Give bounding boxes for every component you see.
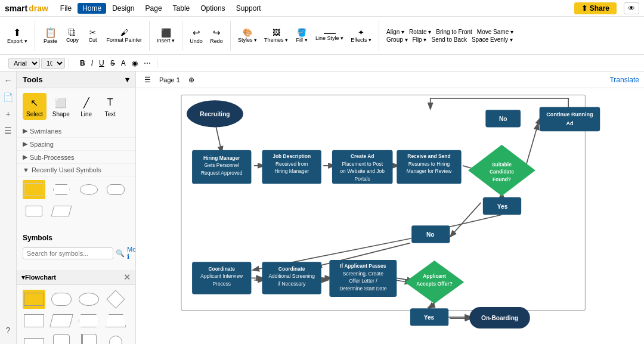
more-format-button[interactable]: ⋯ bbox=[141, 58, 153, 68]
recent-sym-4[interactable] bbox=[104, 180, 127, 199]
bold-button[interactable]: B bbox=[78, 58, 88, 68]
flowchart-close-button[interactable]: ✕ bbox=[123, 272, 131, 282]
underline-button[interactable]: U bbox=[97, 58, 107, 68]
back-icon[interactable]: ← bbox=[2, 74, 15, 87]
paste-button[interactable]: 📋 Paste bbox=[40, 26, 61, 45]
symbol-search-input[interactable] bbox=[23, 247, 113, 259]
left-icon-bar: ← 📄 + ☰ ? bbox=[0, 72, 17, 344]
font-size-select[interactable]: 10 bbox=[41, 58, 65, 69]
translate-button[interactable]: Translate bbox=[609, 76, 639, 84]
font-select[interactable]: Arial bbox=[8, 58, 40, 69]
recent-sym-2[interactable] bbox=[50, 180, 73, 199]
highlight-button[interactable]: ◉ bbox=[129, 58, 140, 68]
preview-button[interactable]: 👁 bbox=[624, 2, 639, 14]
recently-used-header[interactable]: ▼ Recently Used Symbols bbox=[17, 164, 135, 176]
export-button[interactable]: ⬆ Export ▾ bbox=[5, 26, 30, 45]
coord-label: Coordinate bbox=[208, 266, 235, 272]
fc-sym-rect-3[interactable] bbox=[23, 333, 45, 344]
search-icon[interactable]: 🔍 bbox=[116, 249, 125, 258]
sub-processes-section[interactable]: ▶ Sub-Processes bbox=[17, 151, 135, 164]
sep2 bbox=[149, 21, 150, 51]
styles-button[interactable]: 🎨 Styles ▾ bbox=[236, 27, 259, 44]
redo-button[interactable]: ↪ Redo bbox=[208, 26, 225, 45]
fc-sym-hex-1[interactable] bbox=[78, 311, 100, 330]
canvas-toolbar: ☰ Page 1 ⊕ Translate bbox=[136, 72, 644, 88]
tools-row: ↖ Select ⬜ Shape ╱ Line T Text bbox=[17, 88, 135, 125]
share-button[interactable]: ⬆ Share bbox=[574, 2, 617, 14]
text-tool[interactable]: T Text bbox=[100, 93, 121, 120]
export-label: Export ▾ bbox=[7, 38, 27, 44]
page-label: Page 1 bbox=[159, 76, 180, 83]
themes-button[interactable]: 🖼 Themes ▾ bbox=[262, 27, 290, 44]
swimlanes-section[interactable]: ▶ Swimlanes bbox=[17, 125, 135, 138]
fc-sym-oval-1[interactable] bbox=[78, 290, 100, 309]
share-label: Share bbox=[590, 4, 609, 13]
menu-file[interactable]: File bbox=[55, 3, 76, 14]
move-same-button[interactable]: Move Same ▾ bbox=[477, 29, 513, 35]
fc-sym-trap-1[interactable] bbox=[104, 311, 127, 330]
flip-button[interactable]: Flip ▾ bbox=[413, 36, 427, 43]
line-label: Line bbox=[80, 111, 92, 117]
pages-icon[interactable]: 📄 bbox=[2, 91, 15, 104]
rotate-button[interactable]: Rotate ▾ bbox=[409, 29, 431, 35]
menu-table[interactable]: Table bbox=[168, 3, 195, 14]
recent-sym-5[interactable] bbox=[23, 202, 45, 221]
line-style-button[interactable]: Line Style ▾ bbox=[313, 29, 346, 42]
send-to-back-button[interactable]: Send to Back bbox=[431, 36, 466, 43]
more-button[interactable]: More ℹ bbox=[127, 246, 136, 261]
fc-sym-diamond-1[interactable] bbox=[104, 290, 127, 309]
italic-button[interactable]: I bbox=[89, 58, 95, 68]
job-label2: Received from bbox=[275, 161, 308, 167]
add-page-icon[interactable]: ⊕ bbox=[185, 75, 198, 85]
fc-sym-rect-2[interactable] bbox=[23, 311, 45, 330]
screen-label: Coordinate bbox=[278, 266, 305, 272]
spacing-section[interactable]: ▶ Spacing bbox=[17, 138, 135, 151]
fc-sym-circle-1[interactable] bbox=[104, 333, 127, 344]
menu-support[interactable]: Support bbox=[231, 3, 266, 14]
cut-button[interactable]: ✂ Cut bbox=[84, 27, 102, 44]
insert-button[interactable]: ⬛ Insert ▾ bbox=[154, 27, 177, 45]
select-tool[interactable]: ↖ Select bbox=[23, 93, 47, 120]
strikethrough-button[interactable]: S̶ bbox=[108, 58, 117, 68]
group-button[interactable]: Group ▾ bbox=[386, 36, 408, 43]
help-icon[interactable]: ? bbox=[2, 324, 15, 337]
flowchart-grid bbox=[17, 285, 135, 344]
fc-sym-para-1[interactable] bbox=[50, 311, 73, 330]
select-icon: ↖ bbox=[27, 95, 42, 110]
tools-header: Tools ▾ bbox=[17, 72, 135, 88]
round-rect-shape bbox=[107, 184, 125, 195]
fc-sym-cylinder-1[interactable] bbox=[50, 333, 73, 344]
font-color-button[interactable]: A bbox=[119, 58, 128, 68]
hex-shape bbox=[53, 184, 70, 195]
menu-home[interactable]: Home bbox=[78, 3, 106, 14]
menu-page[interactable]: Page bbox=[141, 3, 167, 14]
undo-button[interactable]: ↩ Undo bbox=[187, 26, 205, 45]
recruiting-label: Recruiting bbox=[200, 111, 230, 117]
hamburger-icon[interactable]: ☰ bbox=[141, 75, 154, 85]
recent-sym-3[interactable] bbox=[78, 180, 100, 199]
layers-icon[interactable]: ☰ bbox=[2, 124, 15, 137]
cut-label: Cut bbox=[89, 37, 97, 43]
effects-icon: ✦ bbox=[358, 28, 364, 37]
effects-button[interactable]: ✦ Effects ▾ bbox=[348, 27, 374, 44]
fc-sym-cylinder-2[interactable] bbox=[78, 333, 100, 344]
fc-sym-rounded-1[interactable] bbox=[50, 290, 73, 309]
canvas[interactable]: Recruiting No Continue Running Ad Hiring… bbox=[136, 88, 644, 344]
shape-tool[interactable]: ⬜ Shape bbox=[49, 93, 73, 120]
fill-button[interactable]: 🪣 Fill ▾ bbox=[293, 27, 311, 44]
menu-options[interactable]: Options bbox=[196, 3, 230, 14]
space-evenly-button[interactable]: Space Evenly ▾ bbox=[472, 36, 513, 43]
bring-to-front-button[interactable]: Bring to Front bbox=[436, 29, 472, 35]
recent-sym-1[interactable] bbox=[23, 180, 45, 199]
no-mid-label: No bbox=[426, 231, 435, 238]
format-painter-button[interactable]: 🖌 Format Painter bbox=[104, 27, 145, 44]
recent-sym-6[interactable] bbox=[50, 202, 73, 221]
menu-design[interactable]: Design bbox=[107, 3, 139, 14]
ad-label4: Portals bbox=[355, 176, 370, 182]
add-icon[interactable]: + bbox=[2, 107, 15, 120]
hiring-label: Hiring Manager bbox=[203, 155, 240, 161]
fc-sym-rect-1[interactable] bbox=[23, 290, 45, 309]
copy-button[interactable]: ⿻ Copy bbox=[64, 27, 82, 44]
line-tool[interactable]: ╱ Line bbox=[76, 93, 97, 120]
align-button[interactable]: Align ▾ bbox=[386, 29, 404, 35]
